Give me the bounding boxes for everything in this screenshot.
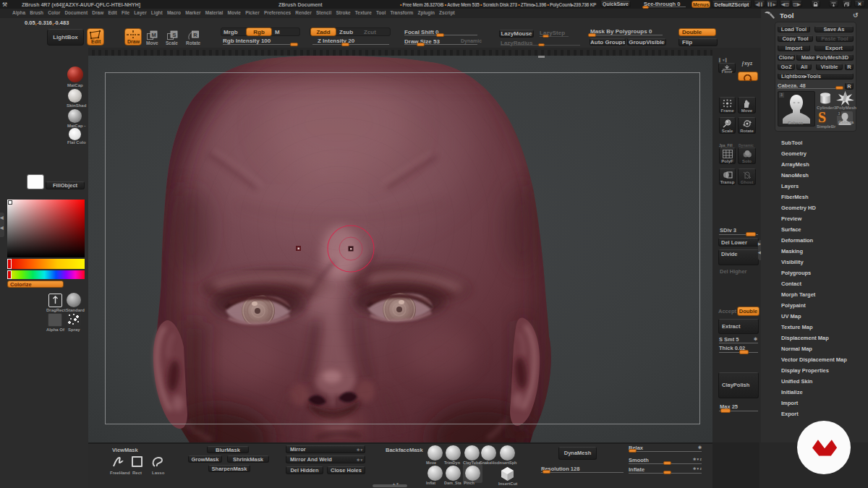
svg-text:R: R xyxy=(193,32,197,38)
svg-text:S: S xyxy=(172,32,176,38)
svg-text:Edit: Edit xyxy=(91,39,101,44)
svg-text:M: M xyxy=(152,32,156,38)
svg-text:Draw: Draw xyxy=(127,39,140,44)
